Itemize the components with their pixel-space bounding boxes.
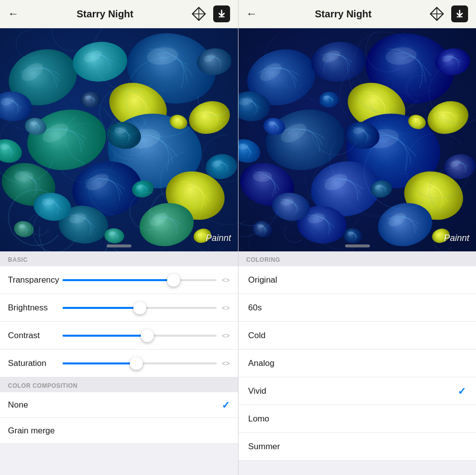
brightness-arrows: <> [222,304,230,312]
coloring-summer-label: Summer [248,442,280,452]
contrast-arrows: <> [222,332,230,340]
download-icon [217,9,226,18]
svg-rect-7 [457,16,463,17]
coloring-vivid-row[interactable]: Vivid ✓ [238,377,476,405]
right-title: Starry Night [315,8,371,20]
svg-rect-3 [219,16,225,17]
brightness-label: Brightness [8,303,62,313]
transparency-arrows: <> [222,276,230,284]
saturation-slider[interactable] [62,362,217,364]
left-image-area: Painnt [0,28,238,251]
left-back-button[interactable]: ← [8,7,19,20]
left-drag-handle[interactable] [107,244,131,247]
saturation-label: Saturation [8,358,62,368]
diamond-icon[interactable] [191,6,206,21]
transparency-label: Transparency [8,275,62,285]
transparency-slider[interactable] [62,279,217,281]
composition-none-label: None [8,400,28,410]
coloring-original-label: Original [248,275,278,285]
transparency-track [62,279,217,281]
brightness-row: Brightness <> [0,294,238,322]
coloring-vivid-checkmark: ✓ [458,385,466,397]
right-download-button[interactable] [451,5,468,22]
right-image-area: Painnt [238,28,476,251]
coloring-summer-row[interactable]: Summer [238,433,476,461]
contrast-thumb[interactable] [141,329,154,342]
left-canvas [0,28,238,251]
right-bottom-panel: COLORING Original 60s Cold Analog Vivid … [238,251,476,475]
transparency-thumb[interactable] [167,274,180,287]
coloring-lomo-row[interactable]: Lomo [238,405,476,433]
left-bottom-panel: BASIC Transparency <> Brightness <> [0,251,238,475]
right-canvas [238,28,476,251]
coloring-original-row[interactable]: Original [238,266,476,294]
saturation-fill [62,362,136,364]
right-header-icons [429,5,468,22]
coloring-60s-row[interactable]: 60s [238,294,476,322]
right-diamond-icon[interactable] [429,6,444,21]
brightness-slider[interactable] [62,307,217,309]
saturation-arrows: <> [222,359,230,367]
left-panel: ← Starry Night Painnt BASIC Transpa [0,0,238,475]
composition-grain-row[interactable]: Grain merge [0,418,238,444]
transparency-row: Transparency <> [0,266,238,294]
left-header: ← Starry Night [0,0,238,28]
saturation-row: Saturation <> [0,350,238,377]
right-watermark: Painnt [444,233,469,243]
composition-none-checkmark: ✓ [222,399,230,411]
right-header: ← Starry Night [238,0,476,28]
contrast-label: Contrast [8,331,62,341]
section-coloring: COLORING [238,251,476,266]
left-title: Starry Night [77,8,133,20]
brightness-fill [62,307,140,309]
section-color-composition: COLOR COMPOSITION [0,377,238,392]
transparency-fill [62,279,174,281]
contrast-fill [62,335,147,337]
coloring-lomo-label: Lomo [248,414,270,424]
left-watermark: Painnt [206,233,231,243]
contrast-row: Contrast <> [0,322,238,350]
right-download-icon [455,9,464,18]
contrast-track [62,335,217,337]
brightness-thumb[interactable] [133,301,146,314]
coloring-vivid-label: Vivid [248,386,267,396]
coloring-60s-label: 60s [248,303,262,313]
coloring-analog-label: Analog [248,358,275,368]
brightness-track [62,307,217,309]
saturation-thumb[interactable] [130,357,143,370]
coloring-cold-row[interactable]: Cold [238,322,476,350]
left-header-icons [191,5,230,22]
section-basic: BASIC [0,251,238,266]
composition-grain-label: Grain merge [8,426,55,436]
saturation-track [62,362,217,364]
coloring-analog-row[interactable]: Analog [238,350,476,377]
contrast-slider[interactable] [62,335,217,337]
coloring-cold-label: Cold [248,331,266,341]
composition-none-row[interactable]: None ✓ [0,392,238,418]
right-panel: ← Starry Night Painnt COLORING Orig [238,0,476,475]
right-back-button[interactable]: ← [246,7,257,20]
left-download-button[interactable] [213,5,230,22]
right-drag-handle[interactable] [345,244,370,247]
